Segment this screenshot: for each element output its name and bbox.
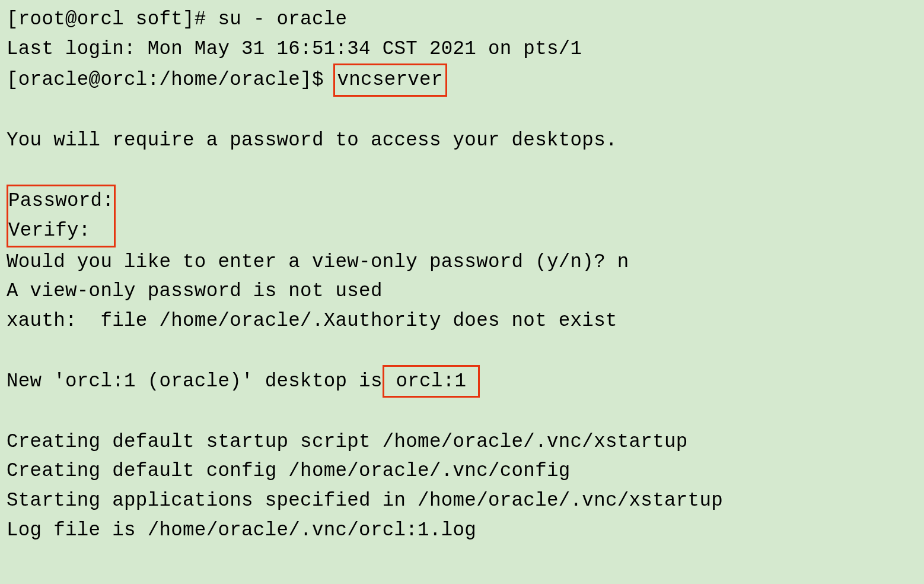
prompt-oracle: [oracle@orcl:/home/oracle]$ <box>7 69 336 91</box>
prompt-root: [root@orcl soft]# <box>7 8 218 30</box>
terminal-line-11: xauth: file /home/oracle/.Xauthority doe… <box>7 306 917 336</box>
terminal-line-8: Verify: <box>8 220 91 242</box>
desktop-id: orcl:1 <box>384 370 467 392</box>
terminal-line-16: Creating default config /home/oracle/.vn… <box>7 456 917 486</box>
highlight-vncserver: vncserver <box>333 64 447 97</box>
desktop-pre: New 'orcl:1 (oracle)' desktop is <box>7 370 383 392</box>
terminal-line-2: Last login: Mon May 31 16:51:34 CST 2021… <box>7 34 917 64</box>
highlight-orcl1: orcl:1 <box>383 365 480 398</box>
terminal-line-13: New 'orcl:1 (oracle)' desktop is orcl:1 <box>7 365 917 398</box>
terminal-line-18: Log file is /home/oracle/.vnc/orcl:1.log <box>7 516 917 545</box>
command-vncserver: vncserver <box>337 69 443 91</box>
terminal-line-7: Password: <box>8 190 114 212</box>
terminal-line-17: Starting applications specified in /home… <box>7 486 917 516</box>
command-su: su - oracle <box>218 8 347 30</box>
terminal-line-5: You will require a password to access yo… <box>7 126 917 155</box>
terminal-line-9: Would you like to enter a view-only pass… <box>7 247 917 277</box>
terminal-line-15: Creating default startup script /home/or… <box>7 427 917 457</box>
terminal-line-10: A view-only password is not used <box>7 277 917 306</box>
terminal-line-1: [root@orcl soft]# su - oracle <box>7 5 917 34</box>
terminal-line-3: [oracle@orcl:/home/oracle]$ vncserver <box>7 64 917 97</box>
highlight-password-verify: Password: Verify: <box>7 220 116 242</box>
